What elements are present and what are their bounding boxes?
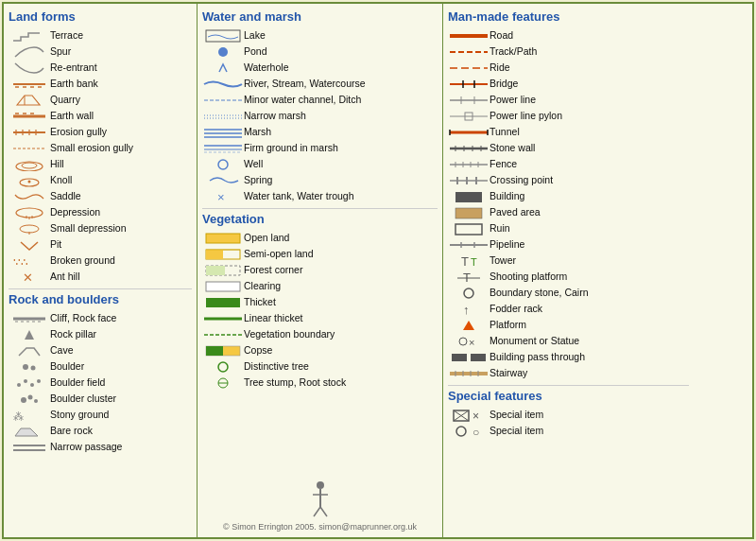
section-land-forms: Land forms xyxy=(9,9,192,26)
broken-ground-icon: ∵∴ xyxy=(11,254,47,268)
label-power-line: Power line xyxy=(490,94,536,107)
svg-point-118 xyxy=(464,288,473,298)
boundary-stone-icon xyxy=(448,287,490,300)
label-narrow-marsh: Narrow marsh xyxy=(244,110,306,123)
list-item: Marsh xyxy=(202,125,438,140)
label-minor-water: Minor water channel, Ditch xyxy=(244,94,361,107)
svg-text:T: T xyxy=(463,270,471,284)
label-marsh: Marsh xyxy=(244,126,271,139)
symbol-cliff xyxy=(9,312,50,325)
svg-text:×: × xyxy=(217,190,225,204)
label-knoll: Knoll xyxy=(50,174,72,187)
svg-point-24 xyxy=(20,225,39,233)
boulder-cluster-icon xyxy=(11,393,47,406)
list-item: Earth bank xyxy=(9,77,192,92)
list-item: Terrace xyxy=(9,28,192,44)
label-boulder-field: Boulder field xyxy=(50,376,105,390)
monument-icon: × xyxy=(448,335,490,348)
list-item: Boulder field xyxy=(9,375,192,391)
svg-rect-110 xyxy=(455,224,482,235)
symbol-power-line xyxy=(448,94,490,107)
symbol-distinctive-tree xyxy=(202,359,244,375)
divider xyxy=(9,288,192,289)
tunnel-icon xyxy=(448,126,490,139)
list-item: Depression xyxy=(9,205,192,220)
label-pond: Pond xyxy=(244,45,267,59)
depression-icon xyxy=(11,206,47,219)
svg-point-39 xyxy=(30,383,34,387)
symbol-lake xyxy=(202,28,244,44)
label-special-item-1: Special item xyxy=(490,409,543,422)
symbol-ruin xyxy=(448,222,490,236)
symbol-firm-ground-marsh xyxy=(202,141,244,156)
svg-rect-65 xyxy=(206,266,225,275)
svg-point-20 xyxy=(16,208,43,218)
section-water-marsh: Water and marsh xyxy=(202,9,438,26)
label-earth-bank: Earth bank xyxy=(50,78,98,91)
narrow-marsh-icon xyxy=(202,109,244,124)
paved-area-icon xyxy=(448,206,490,219)
ruin-icon xyxy=(448,222,490,236)
symbol-bare-rock xyxy=(9,425,50,438)
label-tree-stump: Tree stump, Root stock xyxy=(244,376,346,390)
symbol-open-land xyxy=(202,231,244,246)
list-item: Quarry xyxy=(9,93,192,108)
list-item: Building xyxy=(448,189,689,204)
svg-rect-67 xyxy=(206,298,240,307)
label-platform: Platform xyxy=(490,319,526,332)
list-item: T T Tower xyxy=(448,253,689,269)
symbol-building-pass xyxy=(448,351,490,364)
column-1: Land forms Terrace Spur xyxy=(4,4,198,537)
symbol-platform xyxy=(448,319,490,332)
symbol-pit xyxy=(9,238,50,252)
label-boulder-cluster: Boulder cluster xyxy=(50,393,116,406)
list-item: ✕ Ant hill xyxy=(9,270,192,285)
symbol-tree-stump xyxy=(202,375,244,391)
reentrant-icon xyxy=(11,61,47,75)
boulder-icon xyxy=(11,360,47,374)
symbol-boulder xyxy=(9,360,50,374)
cave-icon xyxy=(11,344,47,358)
marsh-icon xyxy=(202,125,244,140)
tower-icon: T T xyxy=(448,254,490,268)
label-shooting-platform: Shooting platform xyxy=(490,270,567,284)
symbol-track-path xyxy=(448,45,490,59)
list-item: T Shooting platform xyxy=(448,270,689,285)
label-road: Road xyxy=(490,29,513,43)
narrow-passage-icon xyxy=(11,441,47,454)
list-item: Track/Path xyxy=(448,44,689,60)
symbol-paved-area xyxy=(448,206,490,219)
symbol-cave xyxy=(9,344,50,358)
river-icon xyxy=(202,77,244,92)
label-rock-pillar: Rock pillar xyxy=(50,328,96,341)
label-boundary-stone: Boundary stone, Cairn xyxy=(490,287,588,300)
symbol-water-tank: × xyxy=(202,189,244,204)
symbol-crossing-point xyxy=(448,174,490,187)
label-cave: Cave xyxy=(50,344,74,358)
list-item: Lake xyxy=(202,28,438,44)
list-item: Pit xyxy=(9,237,192,253)
stairway-icon xyxy=(448,367,490,380)
crossing-point-icon xyxy=(448,174,490,187)
section-rock-boulders: Rock and boulders xyxy=(9,292,192,308)
label-water-tank: Water tank, Water trough xyxy=(244,190,354,203)
ride-icon xyxy=(448,61,490,75)
road-icon xyxy=(448,29,490,43)
list-item: Stone wall xyxy=(448,141,689,156)
svg-point-35 xyxy=(23,364,28,370)
list-item: Erosion gully xyxy=(9,125,192,140)
section-vegetation: Vegetation xyxy=(202,212,438,228)
svg-point-38 xyxy=(24,379,27,383)
list-item: × Monument or Statue xyxy=(448,334,689,349)
svg-point-134 xyxy=(456,427,466,436)
open-land-icon xyxy=(202,231,244,246)
list-item: Bridge xyxy=(448,77,689,92)
svg-point-40 xyxy=(37,379,41,383)
list-item: Boundary stone, Cairn xyxy=(448,286,689,301)
earth-bank-icon xyxy=(11,78,47,91)
special-item-1-icon: × xyxy=(448,409,490,422)
svg-text:T: T xyxy=(471,256,477,268)
label-boulder: Boulder xyxy=(50,360,84,374)
symbol-special-item-1: × xyxy=(448,409,490,422)
minor-water-icon xyxy=(202,93,244,108)
